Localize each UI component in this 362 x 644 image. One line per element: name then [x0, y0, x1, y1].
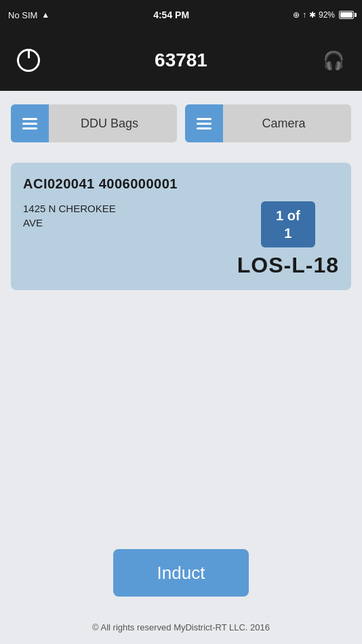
location-icon: ⊕: [293, 10, 300, 20]
menu-icon-2: [197, 118, 212, 129]
package-id: ACI020041 4006000001: [23, 176, 339, 192]
address-line1: 1425 N CHEROKEE: [23, 203, 116, 214]
status-left: No SIM ▲: [8, 10, 49, 20]
wifi-icon: ▲: [41, 10, 49, 20]
battery-pct: 92%: [319, 10, 335, 20]
package-card: ACI020041 4006000001 1425 N CHEROKEE AVE…: [11, 163, 351, 290]
count-top: 1 of: [276, 208, 300, 223]
footer: © All rights reserved MyDistrict-RT LLC.…: [0, 610, 362, 644]
count-badge: 1 of 1: [261, 201, 315, 247]
main-content: DDU Bags Camera ACI020041 4006000001 142…: [0, 91, 362, 304]
nav-buttons-row: DDU Bags Camera: [11, 104, 351, 142]
menu-icon: [22, 118, 37, 129]
header: 63781 🎧: [0, 30, 362, 91]
camera-label: Camera: [223, 117, 351, 131]
ddu-bags-label: DDU Bags: [49, 117, 177, 131]
camera-icon: [185, 104, 223, 142]
package-info-row: 1425 N CHEROKEE AVE 1 of 1 LOS-L-18: [23, 201, 339, 278]
power-icon: [17, 49, 40, 72]
status-right: ⊕ ↑ ✱ 92%: [293, 10, 354, 20]
package-route: LOS-L-18: [237, 253, 339, 278]
address-line2: AVE: [23, 217, 43, 228]
bluetooth-icon: ✱: [309, 10, 316, 20]
induct-label: Induct: [157, 563, 205, 584]
ddu-bags-icon: [11, 104, 49, 142]
status-time: 4:54 PM: [153, 9, 189, 20]
package-right: 1 of 1 LOS-L-18: [237, 201, 339, 278]
carrier-label: No SIM: [8, 10, 37, 20]
arrow-icon: ↑: [302, 10, 306, 20]
footer-text: © All rights reserved MyDistrict-RT LLC.…: [92, 622, 270, 632]
battery-icon: [339, 11, 354, 19]
induct-container: Induct: [113, 549, 249, 597]
induct-button[interactable]: Induct: [113, 549, 249, 597]
camera-button[interactable]: Camera: [185, 104, 351, 142]
ddu-bags-button[interactable]: DDU Bags: [11, 104, 177, 142]
status-bar: No SIM ▲ 4:54 PM ⊕ ↑ ✱ 92%: [0, 0, 362, 30]
page-title: 63781: [43, 49, 319, 71]
headset-icon[interactable]: 🎧: [319, 45, 348, 75]
count-bottom: 1: [284, 226, 291, 241]
package-address: 1425 N CHEROKEE AVE: [23, 201, 230, 230]
power-button[interactable]: [14, 45, 43, 75]
